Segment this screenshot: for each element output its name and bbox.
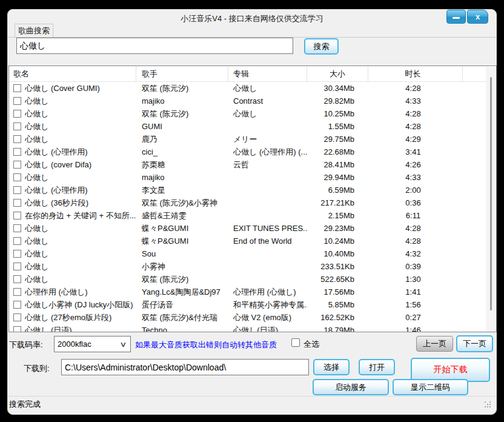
row-checkbox[interactable] [13,313,21,321]
column-header-artist[interactable]: 歌手 [136,66,228,81]
song-duration: 1:56 [368,300,463,309]
table-row[interactable]: 心做し majiko Contrast 29.82Mb 4:33 [9,95,496,107]
tab-song-search[interactable]: 歌曲搜索 [15,24,53,38]
row-checkbox[interactable] [13,161,21,169]
download-to-label: 下载到: [24,363,50,374]
column-header-duration[interactable]: 时长 [368,66,463,81]
next-page-button[interactable]: 下一页 [456,335,493,352]
table-row[interactable]: 心做し 鹿乃 メリー 29.75Mb 4:29 [9,133,496,146]
song-artist: Sou [136,249,228,258]
song-artist: 蝶々P&GUMI [136,236,228,247]
table-row[interactable]: 心做し Sou 10.40Mb 4:32 [9,247,496,260]
row-checkbox[interactable] [13,288,21,296]
row-checkbox[interactable] [13,224,21,232]
table-body: 心做し (Cover GUMI) 双笙 (陈元汐) 心做し 30.34Mb 4:… [9,82,496,332]
row-checkbox[interactable] [13,186,21,194]
song-size: 162.52Kb [307,313,368,322]
song-size: 2.15Mb [307,211,368,220]
table-scrollbar[interactable] [486,67,496,332]
song-name: 心做し [25,109,48,119]
row-checkbox[interactable] [13,237,21,245]
table-row[interactable]: 心理作用 (心做し) Yang.Lc&陶陶居&Dj97 心理作用 (心做し) 1… [9,286,496,298]
song-artist: 双笙 (陈元汐)&小雾神 [136,198,228,209]
column-header-size[interactable]: 大小 [307,66,368,81]
table-row[interactable]: 心做し GUMI 1.55Mb 4:28 [9,120,496,133]
row-checkbox[interactable] [13,263,21,270]
song-duration: 4:32 [368,249,463,258]
song-album: メリー [228,134,307,145]
row-checkbox[interactable] [13,326,21,332]
song-name: 心做し [25,121,48,132]
search-input[interactable] [16,38,293,54]
table-row[interactable]: 心做し 蝶々P&GUMI EXIT TUNES PRES... 29.23Mb … [9,222,496,235]
start-download-button[interactable]: 开始下载 [411,358,490,382]
show-qrcode-button[interactable]: 显示二维码 [393,379,468,395]
song-name: 心做し [25,274,48,285]
row-checkbox[interactable] [13,110,21,118]
table-row[interactable]: 心做し majiko 29.94Mb 4:33 [9,171,496,184]
song-name: 心做し (cover Difa) [25,159,91,170]
statusbar-divider [8,396,496,397]
row-checkbox[interactable] [13,148,21,156]
song-duration: 4:28 [368,84,463,93]
song-size: 29.75Mb [307,135,368,144]
column-header-album[interactable]: 专辑 [228,66,307,81]
song-album: EXIT TUNES PRES... [228,224,307,233]
download-path-input[interactable] [61,359,309,375]
start-service-button[interactable]: 启动服务 [313,379,389,395]
table-row[interactable]: 心做し 双笙 (陈元汐) 522.65Kb 1:30 [9,273,496,286]
choose-folder-button[interactable]: 选择 [313,359,350,375]
table-row[interactable]: 心做し (Cover GUMI) 双笙 (陈元汐) 心做し 30.34Mb 4:… [9,82,496,95]
song-name: 心做し (心理作用) [25,147,88,158]
row-checkbox[interactable] [13,173,21,181]
table-row[interactable]: 心做し (日语) Techno 心做し(日语) 18.79Mb 1:46 [9,324,496,332]
song-size: 28.41Mb [307,160,368,169]
row-checkbox[interactable] [13,97,21,105]
screen-background: 小汪音乐V4 - 接口来自网络仅供交流学习 x 歌曲搜索 搜索 歌名 歌手 专辑… [0,0,504,422]
song-album: End of the World [228,236,307,246]
results-table: 歌名 歌手 专辑 大小 时长 心做し (Cover GUMI) 双笙 (陈元汐)… [8,65,497,332]
row-checkbox[interactable] [13,301,21,309]
table-row[interactable]: 心做し 小雾神 233.51Kb 0:39 [9,260,496,273]
table-row[interactable]: 心做し 蝶々P&GUMI End of the World 10.24Mb 4:… [9,235,496,247]
row-checkbox[interactable] [13,135,21,143]
song-duration: 1:46 [368,326,463,332]
row-checkbox[interactable] [13,84,21,92]
table-row[interactable]: 心做し (心理作用) cici_ 心做し (心理作用) (... 22.68Mb… [9,146,496,158]
row-checkbox[interactable] [13,275,21,283]
song-size: 17.56Mb [307,287,368,296]
song-size: 22.68Mb [307,147,368,156]
song-duration: 4:28 [368,122,463,131]
scrollbar-thumb[interactable] [490,77,492,310]
table-row[interactable]: 心做し (36秒片段) 双笙 (陈元汐)&小雾神 217.21Kb 0:36 [9,196,496,209]
select-all-label: 全选 [303,339,319,350]
prev-page-button[interactable]: 上一页 [416,336,453,352]
window-title: 小汪音乐V4 - 接口来自网络仅供交流学习 [8,13,496,24]
song-duration: 1:41 [368,287,463,296]
bitrate-dropdown[interactable]: 2000kflac ∨ [54,336,131,352]
bitrate-value: 2000kflac [58,340,121,349]
search-button[interactable]: 搜索 [304,38,339,55]
table-row[interactable]: 心做し (cover Difa) 苏栗糖 云哲 28.41Mb 4:26 [9,158,496,171]
column-header-name[interactable]: 歌名 [9,66,136,81]
song-name: 在你的身边 + 关键词 + 不知所... [25,210,136,221]
row-checkbox[interactable] [13,122,21,130]
open-folder-button[interactable]: 打开 [359,359,395,375]
song-duration: 4:29 [368,135,463,144]
row-checkbox[interactable] [13,199,21,207]
table-row[interactable]: 心做し小雾神 (DJ lucky小阳版) 蛋仔汤音 和平精英小雾神专属... 5… [9,298,496,311]
song-artist: majiko [136,96,228,106]
table-row[interactable]: 在你的身边 + 关键词 + 不知所... 盛哲&王靖雯 2.15Mb 6:11 [9,209,496,222]
select-all-checkbox[interactable] [291,338,300,347]
table-row[interactable]: 心做し 双笙 (陈元汐) 心做し 10.25Mb 4:28 [9,107,496,120]
close-button[interactable]: x [467,10,488,24]
song-artist: 盛哲&王靖雯 [136,210,228,221]
song-size: 6.59Mb [307,186,368,195]
minimize-button[interactable] [446,10,466,24]
row-checkbox[interactable] [13,250,21,258]
row-checkbox[interactable] [13,212,21,219]
table-row[interactable]: 心做し (27秒emo版片段) 双笙 (陈元汐)&付光瑞 心做 V2 (emo版… [9,311,496,324]
resize-grip-icon[interactable] [485,401,492,409]
song-duration: 4:33 [368,173,463,182]
table-row[interactable]: 心做し (心理作用) 李文星 6.59Mb 2:00 [9,184,496,196]
